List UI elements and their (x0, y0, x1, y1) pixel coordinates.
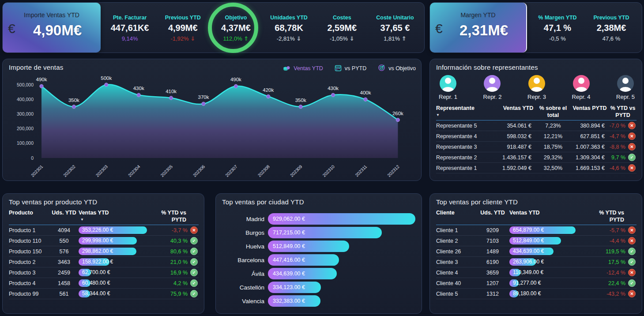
legend-item-vs-objetivo[interactable]: vs Objetivo (378, 64, 416, 73)
column-header-2[interactable]: Ventas YTD (501, 105, 536, 112)
table-row[interactable]: Representante 3918.487 €18,75%1.007.363 … (436, 142, 636, 152)
column-header-3[interactable]: Ventas YTD (509, 210, 584, 217)
item-name: Producto 1 (9, 227, 49, 233)
pct-value: -43,2 % (606, 291, 625, 297)
table-row[interactable]: Cliente 43659110,349.00 €-12,4 %✕ (436, 267, 636, 278)
item-name: Producto 2 (9, 259, 49, 265)
kpi-metric-value: 68,78K (275, 23, 303, 33)
table-row[interactable]: Producto 4145860,480.00 €4,2 %✓ (9, 278, 199, 289)
table-header: Representante▼Ventas YTD% sobre el total… (436, 105, 636, 120)
table-row[interactable]: Representante 21.436.157 €29,32%1.309.30… (436, 152, 636, 163)
column-header-3[interactable]: Ventas YTD▼ (79, 210, 154, 222)
table-header: ClienteUds. YTDVentas YTD% YTD vs PYTD (436, 210, 636, 225)
item-name: Cliente 1 (436, 227, 476, 233)
column-header-4[interactable]: Ventas PYTD (570, 105, 609, 112)
avatar-repr-5[interactable]: Repr. 5 (616, 75, 635, 100)
data-point[interactable] (137, 93, 140, 97)
city-label: Ávila (222, 271, 268, 277)
data-point[interactable] (331, 93, 335, 97)
column-header-2[interactable]: Uds. YTD (476, 210, 509, 217)
avatar-repr-3[interactable]: Repr. 3 (527, 75, 546, 100)
data-point[interactable] (72, 105, 75, 109)
table-row[interactable]: Representante 11.592.049 €32,50%1.669.15… (436, 163, 636, 173)
table-row[interactable]: Cliente 36190263,906.00 €17,5 %✓ (436, 257, 636, 267)
table-row[interactable]: Producto 3245962,700.00 €16,9 %✓ (9, 267, 199, 278)
item-pct-vs: 40,3 %✓ (154, 237, 199, 245)
data-point-label: 410k (166, 89, 177, 94)
value-bar-label: 58,344.00 € (82, 290, 110, 297)
column-header-3[interactable]: % sobre el total (536, 105, 570, 119)
sales-line-chart[interactable]: 500,000400,000300,000200,000100,0000490k… (7, 75, 418, 180)
target-icon (378, 64, 385, 73)
column-header-4[interactable]: % YTD vs PYTD (584, 210, 636, 223)
table-row[interactable]: Cliente 40120791,277.00 €22,4 %✓ (436, 278, 636, 289)
kpi-metric-coste-unitario: Coste Unitario37,65 €1,81% ⇑ (369, 3, 422, 53)
column-header-1[interactable]: Cliente (436, 210, 476, 217)
rep-ventas-ytd: 354.061 € (501, 123, 536, 129)
column-header-1[interactable]: Representante▼ (436, 105, 501, 117)
data-point[interactable] (364, 98, 367, 101)
column-header-1[interactable]: Producto (9, 210, 49, 217)
data-point[interactable] (396, 118, 399, 121)
data-point[interactable] (40, 84, 43, 88)
value-bar-label: 434,639.00 € (513, 248, 544, 255)
city-bar-value: 332,383.00 € (273, 295, 305, 307)
table-row[interactable]: Cliente 19209654,879.00 €-5,7 %✕ (436, 225, 636, 236)
data-point[interactable] (299, 105, 302, 109)
item-units: 4094 (49, 227, 79, 233)
table-row[interactable]: Producto 150576298,862.00 €80,6 %✓ (9, 246, 199, 257)
column-header-4[interactable]: % YTD vs PYTD (154, 210, 199, 223)
representatives-table: Representante▼Ventas YTD% sobre el total… (436, 105, 636, 173)
kpi-metric-delta: 47,6 % (603, 35, 620, 42)
table-row[interactable]: Cliente 5131289,180.00 €-43,2 %✕ (436, 289, 636, 299)
value-bar-label: 62,700.00 € (82, 269, 110, 276)
item-bar-cell: 89,180.00 € (509, 290, 584, 297)
data-point[interactable] (202, 102, 205, 105)
panel-title: Información sobre representantes (436, 64, 538, 71)
avatar-label: Repr. 5 (616, 94, 635, 100)
kpi-metric-value: 447,61K€ (111, 23, 149, 33)
data-point[interactable] (267, 94, 270, 98)
item-pct-vs: -12,4 %✕ (584, 269, 636, 276)
pct-value: 17,5 % (608, 259, 625, 265)
rep-ventas-ytd: 918.487 € (501, 144, 536, 150)
x-axis-tick: 202309 (289, 164, 303, 178)
data-point-label: 400k (360, 90, 371, 95)
status-down-icon: ✕ (628, 132, 636, 140)
item-pct-vs: 80,6 %✓ (154, 248, 199, 255)
table-row[interactable]: Cliente 261489434,639.00 €119,5 %✓ (436, 246, 636, 257)
item-name: Cliente 40 (436, 280, 476, 286)
status-down-icon: ✕ (628, 122, 636, 129)
margen-card: € Margen YTD 2,31M€ (430, 3, 527, 53)
table-row[interactable]: Representante 5354.061 €7,23%380.894 €-7… (436, 120, 636, 131)
rep-pct-vs: -7,0 %✕ (609, 122, 636, 129)
data-point[interactable] (234, 84, 237, 88)
table-row[interactable]: Representante 4598.032 €12,21%627.851 €-… (436, 131, 636, 142)
rep-ventas-pytd: 1.007.363 € (570, 144, 609, 150)
top-clients-panel: Top ventas por cliente YTD ClienteUds. Y… (429, 193, 642, 314)
table-row[interactable]: Producto 14094353,226.00 €-3,7 %✕ (9, 225, 199, 236)
kpi-metric-previous-ytd: Previous YTD2,38M€47,6 % (584, 3, 638, 53)
city-bar-wrap: 512,849.00 € (268, 241, 415, 252)
table-row[interactable]: Producto 110550299,998.00 €40,3 %✓ (9, 236, 199, 246)
table-row[interactable]: Producto 9956158,344.00 €75,9 %✓ (9, 289, 199, 299)
column-header-2[interactable]: Uds. YTD (49, 210, 79, 217)
item-units: 1458 (49, 280, 79, 286)
legend-item-ventas-ytd[interactable]: Ventas YTD (283, 64, 323, 73)
pct-value: -8,8 % (610, 144, 625, 150)
legend-item-vs-pytd[interactable]: vs PYTD (335, 64, 366, 73)
data-point-label: 490k (230, 77, 241, 82)
table-row[interactable]: Producto 23463158,922.00 €21,0 %✓ (9, 257, 199, 267)
column-header-5[interactable]: % YTD vs PYTD (609, 105, 636, 119)
pct-value: 40,3 % (170, 238, 188, 244)
avatar-repr-4[interactable]: Repr. 4 (572, 75, 591, 100)
avatar-label: Repr. 1 (439, 94, 457, 100)
data-point[interactable] (105, 83, 108, 87)
avatar-repr-2[interactable]: Repr. 2 (483, 75, 502, 100)
item-name: Cliente 2 (436, 238, 476, 244)
avatar-repr-1[interactable]: Repr. 1 (439, 75, 457, 100)
pct-value: 119,5 % (606, 248, 625, 255)
panel-title: Top ventas por ciudad YTD (222, 198, 304, 206)
table-row[interactable]: Cliente 27103512,849.00 €-4,4 %✕ (436, 236, 636, 246)
data-point[interactable] (169, 96, 173, 100)
